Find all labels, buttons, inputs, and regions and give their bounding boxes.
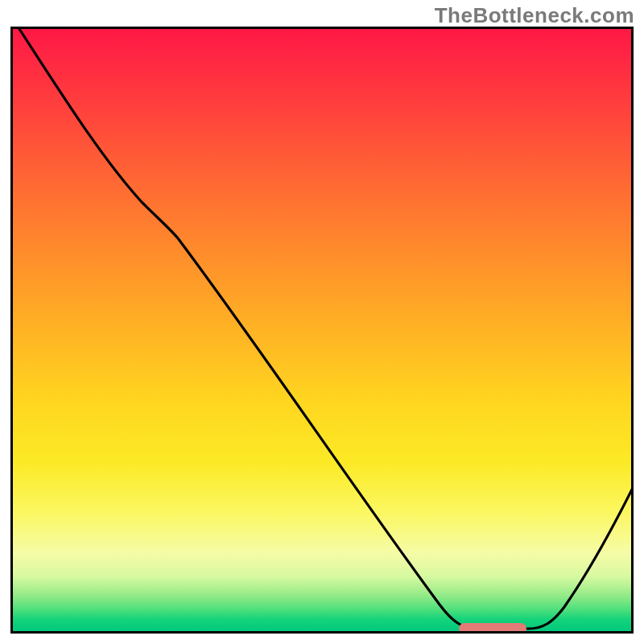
plot-area: [10, 27, 634, 634]
valley-marker: [459, 623, 526, 634]
attribution-label: TheBottleneck.com: [435, 3, 634, 28]
chart-stage: TheBottleneck.com: [0, 0, 644, 644]
bottleneck-curve: [13, 29, 631, 631]
curve-path: [19, 29, 631, 629]
